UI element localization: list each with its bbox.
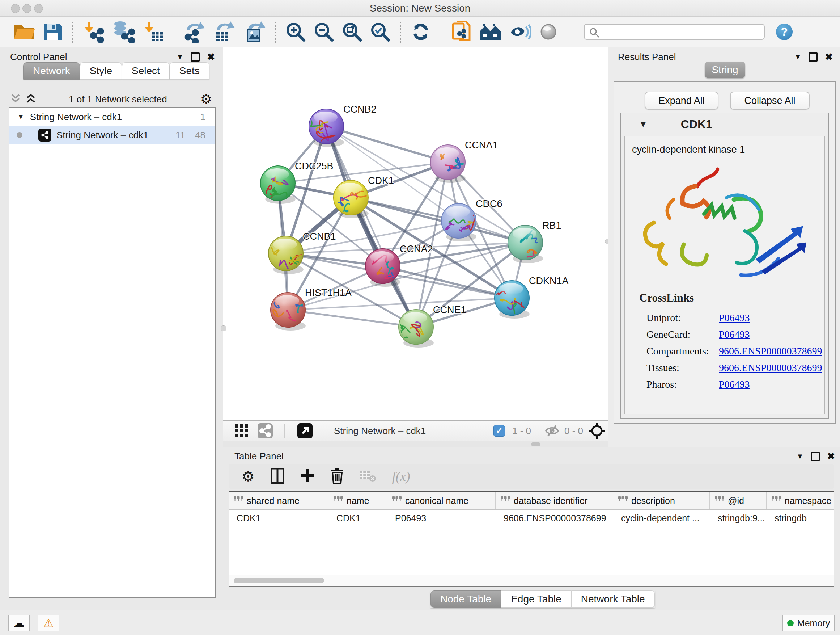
tab-network-table[interactable]: Network Table bbox=[571, 591, 655, 608]
column-header-database-identifier[interactable]: database identifier bbox=[496, 492, 613, 509]
refresh-view-icon[interactable] bbox=[410, 20, 431, 43]
crosslink-value-link[interactable]: P06493 bbox=[719, 329, 750, 340]
column-header-canonical-name[interactable]: canonical name bbox=[387, 492, 496, 509]
tab-string[interactable]: String bbox=[705, 62, 745, 78]
search-field[interactable] bbox=[584, 24, 765, 40]
memory-button[interactable]: Memory bbox=[782, 615, 835, 631]
import-table-from-file-icon[interactable] bbox=[142, 20, 164, 43]
collection-expand-icon[interactable]: ▼ bbox=[17, 113, 24, 121]
table-cell[interactable]: stringdb bbox=[767, 510, 834, 526]
crosslink-row: Tissues:9606.ENSP00000378699 bbox=[639, 359, 824, 376]
save-session-icon[interactable] bbox=[43, 20, 63, 43]
network-row[interactable]: String Network – cdk1 11 48 bbox=[9, 126, 215, 144]
table-row[interactable]: CDK1CDK1P064939606.ENSP00000378699cyclin… bbox=[229, 510, 834, 526]
selected-count: 1 - 0 bbox=[512, 425, 531, 437]
search-input[interactable] bbox=[584, 24, 765, 40]
show-columns-icon[interactable] bbox=[271, 468, 284, 485]
close-panel-icon[interactable]: ✖ bbox=[827, 451, 835, 461]
table-cell[interactable]: cyclin-dependent ... bbox=[613, 510, 710, 526]
table-cell[interactable]: stringdb:9... bbox=[710, 510, 767, 526]
expand-all-networks-icon[interactable] bbox=[26, 93, 35, 105]
tab-style[interactable]: Style bbox=[80, 62, 122, 80]
string-glass-effect-icon[interactable] bbox=[509, 20, 531, 43]
warning-icon: ⚠ bbox=[43, 616, 54, 630]
table-cell[interactable]: 9606.ENSP00000378699 bbox=[496, 510, 613, 526]
export-image-icon[interactable] bbox=[243, 20, 265, 43]
tab-network[interactable]: Network bbox=[23, 62, 80, 80]
string-structure-visibility-icon[interactable] bbox=[538, 20, 559, 43]
panel-menu-icon[interactable]: ▼ bbox=[796, 453, 804, 460]
node-label-RB1: RB1 bbox=[542, 220, 561, 231]
zoom-in-icon[interactable] bbox=[285, 20, 306, 43]
selected-checkbox-icon[interactable]: ✓ bbox=[493, 421, 505, 441]
open-session-icon[interactable] bbox=[13, 20, 35, 43]
table-cell[interactable]: CDK1 bbox=[229, 510, 328, 526]
crosslink-value-link[interactable]: P06493 bbox=[719, 379, 750, 390]
network-node-CCNB2[interactable]: CCNB2 bbox=[309, 104, 377, 147]
table-cell[interactable]: P06493 bbox=[387, 510, 496, 526]
birds-eye-crosshair-icon[interactable] bbox=[589, 421, 605, 441]
zoom-out-icon[interactable] bbox=[313, 20, 334, 43]
close-panel-icon[interactable]: ✖ bbox=[207, 52, 215, 62]
network-view-title: String Network – cdk1 bbox=[334, 425, 426, 437]
protein-header[interactable]: ▼ CDK1 bbox=[621, 113, 829, 135]
network-node-CDKN1A[interactable]: CDKN1A bbox=[494, 276, 569, 320]
network-node-CCNA1[interactable]: CCNA1 bbox=[431, 140, 498, 183]
network-node-RB1[interactable]: RB1 bbox=[508, 220, 561, 263]
import-network-from-file-icon[interactable] bbox=[82, 20, 105, 43]
network-node-CDK1[interactable]: CDK1 bbox=[333, 175, 394, 218]
delete-column-icon[interactable] bbox=[331, 468, 344, 485]
collapse-all-networks-icon[interactable] bbox=[11, 93, 20, 105]
string-import-icon[interactable] bbox=[451, 20, 472, 43]
column-header-namespace[interactable]: namespace bbox=[767, 492, 834, 509]
column-header-name[interactable]: name bbox=[328, 492, 387, 509]
float-panel-icon[interactable] bbox=[811, 452, 820, 461]
column-header-description[interactable]: description bbox=[613, 492, 710, 509]
warnings-button[interactable]: ⚠ bbox=[38, 615, 59, 631]
crosslink-label: GeneCard: bbox=[646, 329, 719, 340]
grid-view-icon[interactable] bbox=[235, 421, 248, 441]
expand-all-button[interactable]: Expand All bbox=[645, 92, 718, 110]
node-table[interactable]: shared namenamecanonical namedatabase id… bbox=[229, 491, 834, 587]
collapse-all-button[interactable]: Collapse All bbox=[730, 92, 810, 110]
network-options-gear-icon[interactable]: ⚙ bbox=[201, 93, 212, 106]
zoom-fit-icon[interactable] bbox=[341, 20, 363, 43]
hidden-eye-icon[interactable] bbox=[545, 421, 559, 441]
column-header-shared-name[interactable]: shared name bbox=[229, 492, 328, 509]
crosslink-value-link[interactable]: 9606.ENSP00000378699 bbox=[719, 345, 822, 357]
export-network-icon[interactable] bbox=[184, 20, 206, 43]
close-panel-icon[interactable]: ✖ bbox=[825, 52, 833, 62]
collapse-protein-icon[interactable]: ▼ bbox=[639, 119, 647, 129]
network-canvas[interactable]: CCNB2CCNA1CDC25BCDK1CDC6RB1CCNB1CCNA2CDK… bbox=[223, 47, 608, 421]
float-panel-icon[interactable] bbox=[808, 52, 818, 62]
cloud-services-button[interactable]: ☁ bbox=[8, 615, 30, 631]
string-network-icon bbox=[38, 128, 51, 141]
horizontal-splitter[interactable] bbox=[223, 441, 608, 447]
string-view-icon[interactable] bbox=[257, 421, 273, 441]
string-home-icon[interactable] bbox=[479, 20, 502, 43]
crosslink-value-link[interactable]: 9606.ENSP00000378699 bbox=[719, 362, 822, 374]
left-splitter-handle[interactable] bbox=[221, 325, 226, 331]
tab-select[interactable]: Select bbox=[122, 62, 170, 80]
table-cell[interactable]: CDK1 bbox=[328, 510, 387, 526]
panel-menu-icon[interactable]: ▼ bbox=[794, 53, 801, 60]
protein-structure-image bbox=[627, 159, 824, 289]
open-view-in-window-icon[interactable] bbox=[297, 421, 313, 441]
column-header-@id[interactable]: @id bbox=[710, 492, 767, 509]
tab-node-table[interactable]: Node Table bbox=[431, 591, 501, 608]
table-options-gear-icon[interactable]: ⚙ bbox=[242, 469, 255, 484]
table-panel-title: Table Panel bbox=[234, 451, 284, 462]
create-column-icon[interactable] bbox=[300, 469, 315, 485]
crosslink-value-link[interactable]: P06493 bbox=[719, 312, 750, 324]
network-collection-row[interactable]: ▼ String Network – cdk1 1 bbox=[9, 108, 215, 126]
control-panel-title: Control Panel bbox=[10, 51, 67, 63]
import-network-from-database-icon[interactable] bbox=[112, 20, 135, 43]
panel-menu-icon[interactable]: ▼ bbox=[176, 53, 183, 60]
tab-edge-table[interactable]: Edge Table bbox=[501, 591, 571, 608]
float-panel-icon[interactable] bbox=[191, 52, 200, 62]
export-table-icon[interactable] bbox=[213, 20, 236, 43]
help-icon[interactable]: ? bbox=[775, 20, 794, 43]
table-horizontal-scrollbar[interactable] bbox=[229, 575, 834, 586]
tab-sets[interactable]: Sets bbox=[170, 62, 210, 80]
zoom-selected-icon[interactable] bbox=[370, 20, 391, 43]
